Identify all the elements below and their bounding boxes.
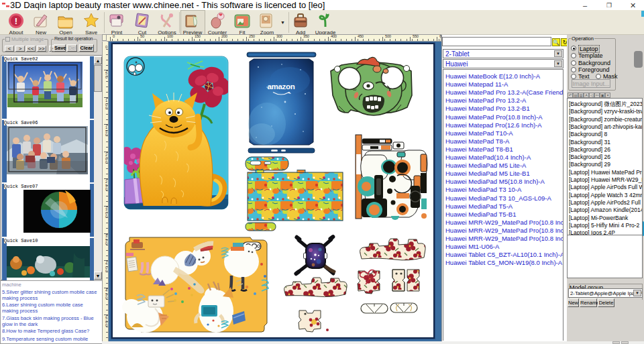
svg-text:3: 3: [352, 88, 358, 91]
svg-text:amazon: amazon: [267, 82, 294, 91]
svg-text:!: !: [15, 16, 17, 26]
